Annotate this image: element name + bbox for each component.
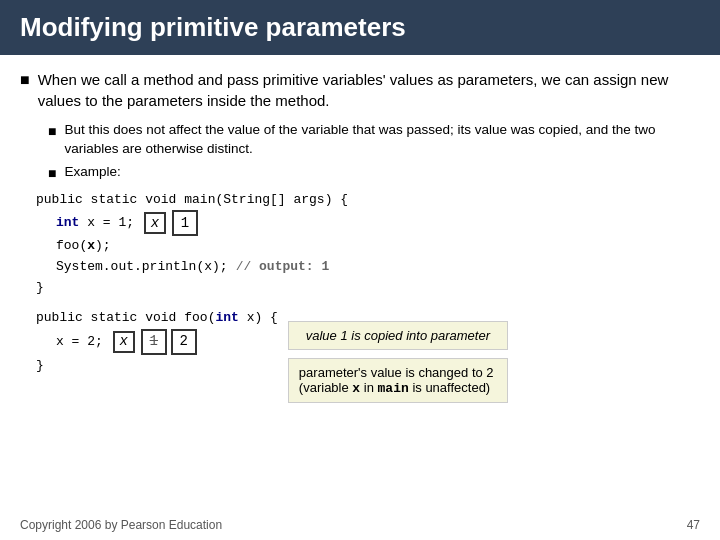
bottom-section: public static void foo(int x) { x = 2; x… (36, 307, 684, 403)
sub-bullet-2: ■ Example: (48, 163, 700, 182)
sub-bullet-1: ■ But this does not affect the value of … (48, 121, 700, 159)
var-foo-x-old: 1 (141, 329, 167, 355)
code-foo-line1: public static void foo(int x) { (36, 307, 278, 329)
slide: Modifying primitive parameters ■ When we… (0, 0, 720, 540)
slide-title: Modifying primitive parameters (20, 12, 406, 43)
var-x-value: 1 (172, 210, 198, 236)
var-foo-x-new: 2 (171, 329, 197, 355)
slide-content: ■ When we call a method and pass primiti… (0, 55, 720, 419)
sub-bullet-text-2: Example: (64, 163, 120, 182)
annotation-box-1: value 1 is copied into parameter (288, 321, 508, 350)
annotation-text-2a: parameter's value is changed to 2 (299, 365, 494, 380)
annotation-code-main: main (378, 381, 409, 396)
footer-copyright: Copyright 2006 by Pearson Education (20, 518, 222, 532)
main-bullet-item: ■ When we call a method and pass primiti… (20, 69, 700, 111)
code-foo-assign: x = 2; (56, 331, 103, 353)
keyword-int: int (56, 213, 79, 234)
code-line-3: foo(x); (56, 236, 684, 257)
var-x-label: x (144, 212, 166, 234)
code-block-main: public static void main(String[] args) {… (36, 190, 684, 299)
sub-bullet-dot-2: ■ (48, 165, 56, 181)
code-text-4: System.out.println(x); (56, 257, 228, 278)
code-line-1: public static void main(String[] args) { (36, 190, 684, 211)
sub-bullet-text-1: But this does not affect the value of th… (64, 121, 700, 159)
main-bullet-text: When we call a method and pass primitive… (38, 69, 700, 111)
annotation-text-1: value 1 is copied into parameter (306, 328, 490, 343)
slide-header: Modifying primitive parameters (0, 0, 720, 55)
code-block-foo: public static void foo(int x) { x = 2; x… (36, 307, 278, 377)
main-bullet-dot: ■ (20, 71, 30, 89)
variable-visual-foo: x 1 2 (111, 329, 199, 355)
sub-bullets-container: ■ But this does not affect the value of … (48, 121, 700, 182)
annotations-container: value 1 is copied into parameter paramet… (288, 321, 508, 403)
code-foo-line2: x = 2; x 1 2 (56, 329, 278, 355)
code-comment-1: // output: 1 (236, 257, 330, 278)
var-foo-x-label: x (113, 331, 135, 353)
code-text-2: x = 1; (79, 213, 134, 234)
code-line-4: System.out.println(x); // output: 1 (56, 257, 684, 278)
code-foo-line3: } (36, 355, 278, 377)
code-text-1: public static void main(String[] args) { (36, 190, 348, 211)
variable-visual-main: x 1 (142, 210, 200, 236)
code-line-2: int x = 1; x 1 (56, 210, 684, 236)
footer-page: 47 (687, 518, 700, 532)
annotation-text-2b: (variable x in main is unaffected) (299, 380, 490, 395)
slide-footer: Copyright 2006 by Pearson Education 47 (0, 518, 720, 532)
sub-bullet-dot-1: ■ (48, 123, 56, 139)
code-line-5: } (36, 278, 684, 299)
annotation-code-x: x (352, 381, 360, 396)
annotation-box-2: parameter's value is changed to 2 (varia… (288, 358, 508, 403)
code-text-5: } (36, 278, 44, 299)
code-text-3: foo(x); (56, 236, 111, 257)
